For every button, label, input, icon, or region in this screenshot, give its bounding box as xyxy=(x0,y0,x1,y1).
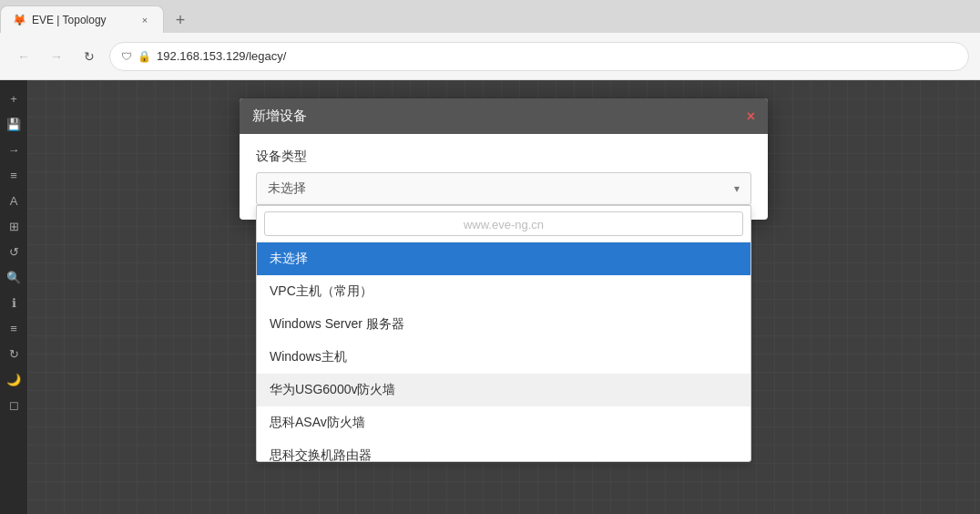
lock-icon: 🔒 xyxy=(138,50,151,63)
select-value: 未选择 xyxy=(268,180,306,197)
address-text: 192.168.153.129/legacy/ xyxy=(157,49,286,63)
security-icon: 🛡 xyxy=(121,50,132,63)
sidebar-icon-grid[interactable]: ⊞ xyxy=(3,215,25,237)
tab-title: EVE | Topology xyxy=(32,14,132,26)
dialog-title: 新增设备 xyxy=(252,108,307,125)
sidebar: + 💾 → ≡ A ⊞ ↺ 🔍 ℹ ≡ ↻ 🌙 ◻ xyxy=(0,80,27,514)
dropdown-item-0[interactable]: 未选择 xyxy=(257,242,750,275)
device-type-dropdown: www.eve-ng.cn 未选择 VPC主机（常用） Windows Serv… xyxy=(256,205,751,462)
add-device-dialog: 新增设备 × 设备类型 未选择 ▾ www.eve-ng.cn xyxy=(240,98,768,220)
browser-tab[interactable]: 🦊 EVE | Topology × xyxy=(0,5,164,33)
sidebar-icon-add[interactable]: + xyxy=(3,87,25,109)
modal-overlay: 新增设备 × 设备类型 未选择 ▾ www.eve-ng.cn xyxy=(27,80,980,514)
sidebar-icon-rotate[interactable]: ↺ xyxy=(3,241,25,262)
dropdown-item-6[interactable]: 思科交换机路由器 xyxy=(257,439,750,461)
tab-close-button[interactable]: × xyxy=(138,13,152,27)
sidebar-icon-zoom[interactable]: 🔍 xyxy=(3,266,25,288)
device-type-select[interactable]: 未选择 ▾ xyxy=(256,172,751,205)
field-label-device-type: 设备类型 xyxy=(256,149,751,165)
dropdown-item-4[interactable]: 华为USG6000v防火墙 xyxy=(257,374,750,406)
dropdown-list: 未选择 VPC主机（常用） Windows Server 服务器 Windows… xyxy=(257,242,750,461)
dialog-close-button[interactable]: × xyxy=(747,109,755,124)
browser-chrome: 🦊 EVE | Topology × + ← → ↻ 🛡 🔒 192.168.1… xyxy=(0,0,980,80)
dropdown-search-container: www.eve-ng.cn xyxy=(257,206,750,242)
sidebar-icon-save[interactable]: 💾 xyxy=(3,113,25,135)
back-button[interactable]: ← xyxy=(11,44,36,69)
address-bar[interactable]: 🛡 🔒 192.168.153.129/legacy/ xyxy=(109,42,969,71)
refresh-button[interactable]: ↻ xyxy=(77,44,102,69)
dialog-header: 新增设备 × xyxy=(240,98,768,134)
sidebar-icon-refresh[interactable]: ↻ xyxy=(3,343,25,365)
new-tab-button[interactable]: + xyxy=(168,7,193,33)
dropdown-item-2[interactable]: Windows Server 服务器 xyxy=(257,308,750,341)
tab-bar: 🦊 EVE | Topology × + xyxy=(0,0,980,33)
sidebar-icon-arrow[interactable]: → xyxy=(3,139,25,160)
sidebar-icon-list[interactable]: ≡ xyxy=(3,317,25,339)
dialog-body: 设备类型 未选择 ▾ www.eve-ng.cn 未选择 VPC主机（ xyxy=(240,134,768,220)
sidebar-icon-menu[interactable]: ≡ xyxy=(3,164,25,186)
dropdown-item-5[interactable]: 思科ASAv防火墙 xyxy=(257,406,750,439)
dropdown-item-3[interactable]: Windows主机 xyxy=(257,341,750,374)
sidebar-icon-moon[interactable]: 🌙 xyxy=(3,368,25,390)
sidebar-icon-box[interactable]: ◻ xyxy=(3,394,25,416)
dropdown-item-1[interactable]: VPC主机（常用） xyxy=(257,275,750,308)
main-area: + 💾 → ≡ A ⊞ ↺ 🔍 ℹ ≡ ↻ 🌙 ◻ 新增设备 × 设备类型 xyxy=(0,80,980,514)
dropdown-search-input[interactable] xyxy=(264,211,743,236)
tab-favicon: 🦊 xyxy=(12,13,26,27)
nav-bar: ← → ↻ 🛡 🔒 192.168.153.129/legacy/ xyxy=(0,33,980,80)
select-arrow-icon: ▾ xyxy=(734,182,740,195)
forward-button[interactable]: → xyxy=(44,44,69,69)
canvas-area: 新增设备 × 设备类型 未选择 ▾ www.eve-ng.cn xyxy=(27,80,980,514)
sidebar-icon-text[interactable]: A xyxy=(3,190,25,211)
sidebar-icon-info[interactable]: ℹ xyxy=(3,292,25,314)
